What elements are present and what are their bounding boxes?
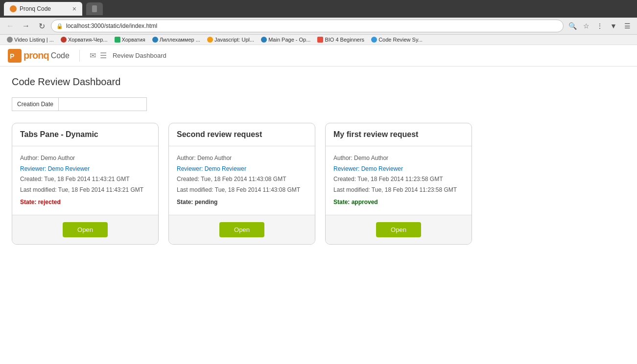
bookmark-video-listing[interactable]: Video Listing | ... — [4, 36, 57, 44]
card-tabs-pane: Tabs Pane - Dynamic Author: Demo Author … — [12, 123, 159, 245]
card-3-author: Author: Demo Author — [333, 153, 464, 164]
card-3-state-value: approved — [352, 199, 378, 205]
list-icon[interactable]: ☰ — [100, 51, 107, 60]
card-2-reviewer: Reviewer: Demo Reviewer — [177, 164, 307, 175]
new-tab-button[interactable] — [86, 2, 103, 15]
svg-text:P: P — [10, 52, 14, 60]
card-2-state: State: pending — [177, 197, 307, 208]
card-first-review: My first review request Author: Demo Aut… — [325, 123, 472, 245]
logo: P pronq Code — [8, 49, 70, 63]
app-header: P pronq Code ✉ ☰ Review Dashboard — [0, 45, 637, 67]
card-1-footer: Open — [12, 215, 158, 244]
card-2-modified: Last modified: Tue, 18 Feb 2014 11:43:08… — [177, 185, 307, 196]
bookmark-label-6: Main Page - Op... — [268, 37, 310, 43]
bookmark-icon-4 — [152, 37, 158, 43]
breadcrumb: Review Dashboard — [113, 52, 166, 59]
tab-favicon — [10, 5, 17, 12]
new-tab-icon — [92, 5, 97, 12]
card-2-footer: Open — [169, 215, 315, 244]
menu-icon[interactable]: ⋮ — [594, 20, 606, 32]
bookmark-icon-5 — [207, 37, 213, 43]
filter-label: Creation Date — [12, 97, 59, 111]
logo-code-text: Code — [51, 51, 70, 60]
card-1-created: Created: Tue, 18 Feb 2014 11:43:21 GMT — [20, 174, 150, 185]
star-icon[interactable]: ☆ — [580, 20, 592, 32]
card-1-title: Tabs Pane - Dynamic — [20, 130, 150, 139]
card-1-state: State: rejected — [20, 197, 150, 208]
filter-bar: Creation Date — [12, 97, 625, 111]
back-button[interactable]: ← — [4, 20, 17, 32]
logo-pronq-text: pronq — [24, 50, 49, 61]
bookmark-label-1: Video Listing | ... — [14, 37, 54, 43]
tab-close-button[interactable]: × — [72, 5, 76, 13]
card-2-state-value: pending — [195, 199, 218, 205]
bookmark-icon-2 — [61, 37, 67, 43]
card-3-meta: Author: Demo Author Reviewer: Demo Revie… — [333, 153, 464, 208]
more-options-icon[interactable]: ☰ — [621, 20, 633, 32]
bookmark-label-7: BIO 4 Beginners — [325, 37, 364, 43]
card-2-meta: Author: Demo Author Reviewer: Demo Revie… — [177, 153, 307, 208]
bookmark-icon-6 — [261, 37, 267, 43]
card-2-title: Second review request — [177, 130, 307, 139]
card-2-created: Created: Tue, 18 Feb 2014 11:43:08 GMT — [177, 174, 307, 185]
card-2-body: Author: Demo Author Reviewer: Demo Revie… — [169, 146, 315, 215]
bookmark-icon-3 — [115, 37, 120, 43]
refresh-button[interactable]: ↻ — [35, 20, 48, 32]
card-1-state-label: State: — [20, 199, 36, 205]
card-3-modified: Last modified: Tue, 18 Feb 2014 11:23:58… — [333, 185, 464, 196]
main-content: Code Review Dashboard Creation Date Tabs… — [0, 67, 637, 254]
card-1-header: Tabs Pane - Dynamic — [12, 123, 158, 146]
card-1-modified: Last modified: Tue, 18 Feb 2014 11:43:21… — [20, 185, 150, 196]
filter-input[interactable] — [59, 97, 147, 111]
lock-icon: 🔒 — [56, 23, 63, 29]
bookmark-label-5: Javascript: Upl... — [214, 37, 254, 43]
card-3-title: My first review request — [333, 130, 464, 139]
bookmark-label-2: Хорватия-Чер... — [68, 37, 108, 43]
cards-container: Tabs Pane - Dynamic Author: Demo Author … — [12, 123, 625, 245]
bookmarks-bar: Video Listing | ... Хорватия-Чер... Хорв… — [0, 35, 637, 45]
card-1-open-button[interactable]: Open — [63, 222, 108, 237]
card-3-footer: Open — [326, 215, 472, 244]
header-divider — [79, 50, 80, 62]
bookmark-code-review[interactable]: Code Review Sy... — [368, 36, 425, 44]
tab-label: Pronq Code — [20, 5, 51, 12]
card-1-author: Author: Demo Author — [20, 153, 150, 164]
page-title: Code Review Dashboard — [12, 76, 625, 88]
forward-button[interactable]: → — [20, 20, 32, 32]
bookmark-lillehammer[interactable]: Лиллехаммер ... — [149, 36, 203, 44]
card-3-state-label: State: — [333, 199, 350, 205]
card-1-state-value: rejected — [38, 199, 61, 205]
bookmark-horvatia-cher[interactable]: Хорватия-Чер... — [58, 36, 111, 44]
bookmark-javascript[interactable]: Javascript: Upl... — [204, 36, 257, 44]
card-3-reviewer: Reviewer: Demo Reviewer — [333, 164, 464, 175]
pronq-logo-icon: P — [8, 49, 22, 63]
card-2-author: Author: Demo Author — [177, 153, 307, 164]
card-second-review: Second review request Author: Demo Autho… — [168, 123, 315, 245]
browser-chrome: Pronq Code × — [0, 0, 637, 18]
mail-icon[interactable]: ✉ — [90, 51, 96, 60]
bookmark-bio4[interactable]: BIO 4 Beginners — [314, 36, 367, 44]
card-1-meta: Author: Demo Author Reviewer: Demo Revie… — [20, 153, 150, 208]
card-2-state-label: State: — [177, 199, 193, 205]
bookmark-icon-7 — [317, 37, 323, 43]
bookmark-icon-1 — [7, 37, 13, 43]
card-3-created: Created: Tue, 18 Feb 2014 11:23:58 GMT — [333, 174, 464, 185]
url-text: localhost:3000/static/ide/index.html — [66, 23, 558, 29]
card-2-header: Second review request — [169, 123, 315, 146]
card-3-open-button[interactable]: Open — [376, 222, 421, 237]
bookmark-label-4: Лиллехаммер ... — [160, 37, 200, 43]
toolbar-icons: 🔍 ☆ ⋮ ▼ ☰ — [566, 20, 633, 32]
header-nav-icons: ✉ ☰ — [90, 51, 107, 60]
url-bar[interactable]: 🔒 localhost:3000/static/ide/index.html — [51, 20, 564, 32]
card-1-body: Author: Demo Author Reviewer: Demo Revie… — [12, 146, 158, 215]
extend-icon[interactable]: ▼ — [608, 20, 619, 32]
search-icon[interactable]: 🔍 — [566, 20, 578, 32]
card-3-body: Author: Demo Author Reviewer: Demo Revie… — [326, 146, 472, 215]
bookmark-main-page[interactable]: Main Page - Op... — [258, 36, 313, 44]
active-tab[interactable]: Pronq Code × — [4, 2, 82, 16]
browser-toolbar: ← → ↻ 🔒 localhost:3000/static/ide/index.… — [0, 18, 637, 35]
card-2-open-button[interactable]: Open — [219, 222, 264, 237]
card-1-reviewer: Reviewer: Demo Reviewer — [20, 164, 150, 175]
card-3-state: State: approved — [333, 197, 464, 208]
bookmark-horvatia[interactable]: Хорватия — [112, 36, 148, 44]
